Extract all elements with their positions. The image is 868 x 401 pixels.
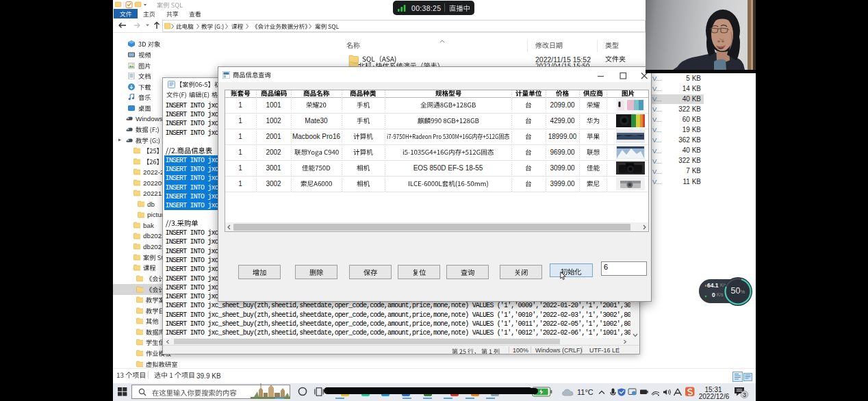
svg-text:3: 3 — [743, 391, 746, 398]
